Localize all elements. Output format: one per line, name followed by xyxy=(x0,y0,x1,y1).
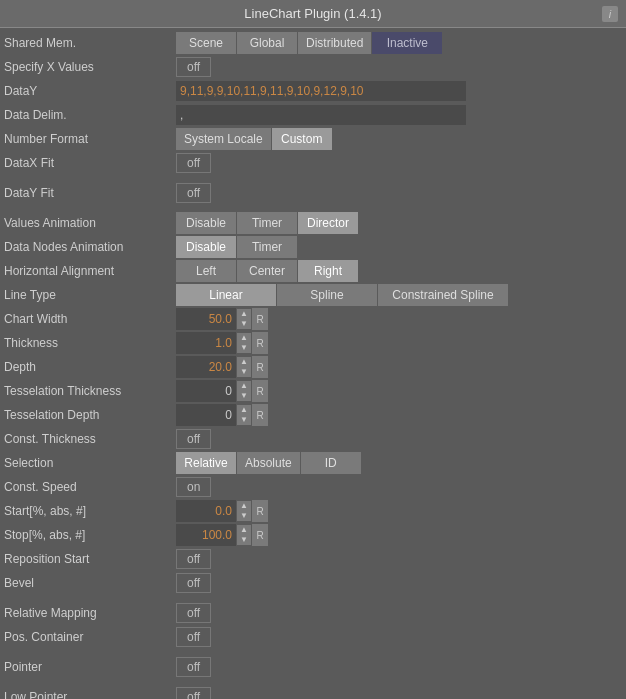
btn-scene[interactable]: Scene xyxy=(176,32,236,54)
tesselation-depth-r[interactable]: R xyxy=(252,404,268,426)
pos-container-controls: off xyxy=(176,627,622,647)
number-format-controls: System Locale Custom xyxy=(176,128,622,150)
tesselation-depth-up[interactable]: ▲ xyxy=(237,405,251,415)
depth-input[interactable] xyxy=(176,356,236,378)
thickness-up[interactable]: ▲ xyxy=(237,333,251,343)
values-animation-controls: Disable Timer Director xyxy=(176,212,622,234)
chart-width-input[interactable] xyxy=(176,308,236,330)
pointer-value[interactable]: off xyxy=(176,657,211,677)
pos-container-value[interactable]: off xyxy=(176,627,211,647)
start-input-wrap: ▲ ▼ R xyxy=(176,500,268,522)
btn-disable-nodes[interactable]: Disable xyxy=(176,236,236,258)
stop-input[interactable] xyxy=(176,524,236,546)
stop-down[interactable]: ▼ xyxy=(237,535,251,545)
shared-mem-label: Shared Mem. xyxy=(4,36,176,50)
stop-row: Stop[%, abs, #] ▲ ▼ R xyxy=(4,524,622,546)
tesselation-thickness-up[interactable]: ▲ xyxy=(237,381,251,391)
btn-timer-nodes[interactable]: Timer xyxy=(237,236,297,258)
data-delim-input[interactable] xyxy=(176,105,466,125)
start-input[interactable] xyxy=(176,500,236,522)
btn-system-locale[interactable]: System Locale xyxy=(176,128,271,150)
btn-right-align[interactable]: Right xyxy=(298,260,358,282)
stop-r[interactable]: R xyxy=(252,524,268,546)
line-type-row: Line Type Linear Spline Constrained Spli… xyxy=(4,284,622,306)
depth-r[interactable]: R xyxy=(252,356,268,378)
values-animation-row: Values Animation Disable Timer Director xyxy=(4,212,622,234)
reposition-start-row: Reposition Start off xyxy=(4,548,622,570)
thickness-label: Thickness xyxy=(4,336,176,350)
horizontal-alignment-row: Horizontal Alignment Left Center Right xyxy=(4,260,622,282)
btn-linear[interactable]: Linear xyxy=(176,284,276,306)
thickness-input[interactable] xyxy=(176,332,236,354)
btn-id[interactable]: ID xyxy=(301,452,361,474)
start-up[interactable]: ▲ xyxy=(237,501,251,511)
depth-spinner: ▲ ▼ xyxy=(237,357,251,377)
datax-fit-value[interactable]: off xyxy=(176,153,211,173)
btn-absolute[interactable]: Absolute xyxy=(237,452,300,474)
stop-controls: ▲ ▼ R xyxy=(176,524,622,546)
start-r[interactable]: R xyxy=(252,500,268,522)
btn-disable-anim[interactable]: Disable xyxy=(176,212,236,234)
start-down[interactable]: ▼ xyxy=(237,511,251,521)
pos-container-row: Pos. Container off xyxy=(4,626,622,648)
chart-width-down[interactable]: ▼ xyxy=(237,319,251,329)
const-speed-controls: on xyxy=(176,477,622,497)
btn-center-align[interactable]: Center xyxy=(237,260,297,282)
depth-row: Depth ▲ ▼ R xyxy=(4,356,622,378)
data-delim-label: Data Delim. xyxy=(4,108,176,122)
line-type-label: Line Type xyxy=(4,288,176,302)
btn-left-align[interactable]: Left xyxy=(176,260,236,282)
tesselation-thickness-down[interactable]: ▼ xyxy=(237,391,251,401)
datay-fit-value[interactable]: off xyxy=(176,183,211,203)
thickness-r[interactable]: R xyxy=(252,332,268,354)
thickness-down[interactable]: ▼ xyxy=(237,343,251,353)
tesselation-depth-down[interactable]: ▼ xyxy=(237,415,251,425)
btn-timer-anim[interactable]: Timer xyxy=(237,212,297,234)
depth-down[interactable]: ▼ xyxy=(237,367,251,377)
low-pointer-value[interactable]: off xyxy=(176,687,211,699)
btn-distributed[interactable]: Distributed xyxy=(298,32,371,54)
btn-inactive[interactable]: Inactive xyxy=(372,32,442,54)
data-delim-row: Data Delim. xyxy=(4,104,622,126)
selection-controls: Relative Absolute ID xyxy=(176,452,622,474)
btn-global[interactable]: Global xyxy=(237,32,297,54)
reposition-start-value[interactable]: off xyxy=(176,549,211,569)
btn-director-anim[interactable]: Director xyxy=(298,212,358,234)
start-spinner: ▲ ▼ xyxy=(237,501,251,521)
tesselation-depth-input[interactable] xyxy=(176,404,236,426)
specify-x-value[interactable]: off xyxy=(176,57,211,77)
stop-up[interactable]: ▲ xyxy=(237,525,251,535)
btn-custom[interactable]: Custom xyxy=(272,128,332,150)
bevel-value[interactable]: off xyxy=(176,573,211,593)
line-type-controls: Linear Spline Constrained Spline xyxy=(176,284,622,306)
thickness-spinner: ▲ ▼ xyxy=(237,333,251,353)
horizontal-alignment-controls: Left Center Right xyxy=(176,260,622,282)
chart-width-spinner: ▲ ▼ xyxy=(237,309,251,329)
btn-constrained-spline[interactable]: Constrained Spline xyxy=(378,284,508,306)
bevel-controls: off xyxy=(176,573,622,593)
tesselation-thickness-input[interactable] xyxy=(176,380,236,402)
tesselation-thickness-r[interactable]: R xyxy=(252,380,268,402)
const-speed-value[interactable]: on xyxy=(176,477,211,497)
stop-label: Stop[%, abs, #] xyxy=(4,528,176,542)
datay-fit-row: DataY Fit off xyxy=(4,182,622,204)
datax-fit-controls: off xyxy=(176,153,622,173)
chart-width-up[interactable]: ▲ xyxy=(237,309,251,319)
bevel-row: Bevel off xyxy=(4,572,622,594)
depth-controls: ▲ ▼ R xyxy=(176,356,622,378)
depth-label: Depth xyxy=(4,360,176,374)
btn-relative[interactable]: Relative xyxy=(176,452,236,474)
tesselation-depth-input-wrap: ▲ ▼ R xyxy=(176,404,268,426)
btn-spline[interactable]: Spline xyxy=(277,284,377,306)
tesselation-depth-row: Tesselation Depth ▲ ▼ R xyxy=(4,404,622,426)
depth-up[interactable]: ▲ xyxy=(237,357,251,367)
values-animation-label: Values Animation xyxy=(4,216,176,230)
low-pointer-row: Low Pointer off xyxy=(4,686,622,699)
data-y-input[interactable] xyxy=(176,81,466,101)
stop-input-wrap: ▲ ▼ R xyxy=(176,524,268,546)
info-icon[interactable]: i xyxy=(602,6,618,22)
relative-mapping-value[interactable]: off xyxy=(176,603,211,623)
chart-width-input-wrap: ▲ ▼ R xyxy=(176,308,268,330)
chart-width-r[interactable]: R xyxy=(252,308,268,330)
const-thickness-value[interactable]: off xyxy=(176,429,211,449)
